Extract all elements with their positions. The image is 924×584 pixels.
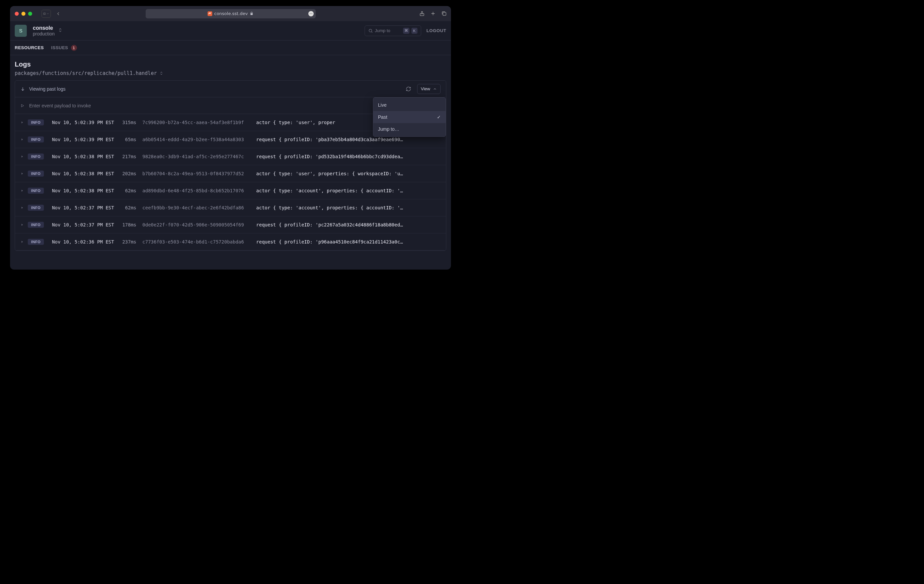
svg-marker-15 (21, 156, 23, 158)
log-level-badge: INFO (28, 153, 44, 160)
site-settings-button[interactable] (309, 11, 314, 16)
panel-header: Viewing past logs View (15, 81, 446, 97)
log-timestamp: Nov 10, 5:02:38 PM EST (52, 171, 116, 176)
function-path-selector[interactable]: packages/functions/src/replicache/pull1.… (15, 70, 446, 76)
tab-overview-icon[interactable] (441, 11, 447, 16)
log-row[interactable]: INFONov 10, 5:02:38 PM EST62msad890dbd-6… (15, 182, 446, 199)
log-row[interactable]: INFONov 10, 5:02:36 PM EST237msc7736f03-… (15, 234, 446, 250)
workspace-avatar[interactable]: S (15, 25, 27, 37)
log-level-badge: INFO (28, 137, 44, 143)
page-title-area: Logs packages/functions/src/replicache/p… (10, 55, 451, 80)
log-row[interactable]: INFONov 10, 5:02:37 PM EST62msceefb9bb-9… (15, 199, 446, 216)
close-window-button[interactable] (15, 12, 19, 16)
kbd-mod: ⌘ (403, 28, 409, 34)
svg-point-4 (312, 13, 312, 14)
app-switcher-chevron (58, 27, 63, 35)
svg-marker-16 (21, 173, 23, 174)
svg-marker-18 (21, 207, 23, 209)
new-tab-icon[interactable] (430, 11, 436, 16)
traffic-lights (15, 12, 32, 16)
dropdown-item-label: Past (378, 114, 387, 120)
log-request-id: b7b60704-8c2a-49ea-9513-0f8437977d52 (142, 171, 256, 176)
log-level-badge: INFO (28, 205, 44, 211)
expand-caret-icon (20, 239, 28, 245)
svg-point-3 (311, 13, 311, 14)
app-switcher[interactable]: console production (33, 25, 54, 37)
expand-caret-icon (20, 188, 28, 193)
function-path: packages/functions/src/replicache/pull1.… (15, 70, 157, 76)
svg-marker-17 (21, 190, 23, 192)
log-duration: 178ms (116, 222, 142, 227)
arrow-down-icon (20, 87, 25, 91)
expand-caret-icon (20, 205, 28, 211)
log-level-badge: INFO (28, 239, 44, 245)
svg-rect-0 (43, 13, 46, 15)
dropdown-item-label: Live (378, 102, 387, 108)
log-level-badge: INFO (28, 119, 44, 125)
svg-marker-12 (21, 104, 24, 107)
svg-point-9 (369, 29, 371, 32)
address-bar[interactable]: console.sst.dev (146, 9, 316, 18)
tab-resources[interactable]: RESOURCES (15, 45, 44, 50)
view-mode-button[interactable]: View (417, 84, 441, 94)
workspace-avatar-letter: S (19, 28, 22, 33)
log-message: actor { type: 'account', properties: { a… (256, 188, 441, 193)
back-button[interactable] (54, 10, 63, 18)
logout-button[interactable]: LOGOUT (427, 28, 446, 33)
logs-panel: Viewing past logs View LivePast✓Jump to…… (15, 80, 446, 251)
svg-line-10 (371, 31, 372, 33)
log-level-badge: INFO (28, 171, 44, 177)
log-message: request { profileID: 'p96aaa4510ec84f9ca… (256, 239, 441, 245)
app-header: S console production Jump to ⌘ K LOGOUT (10, 21, 451, 41)
chevron-left-icon (56, 11, 61, 16)
log-row[interactable]: INFONov 10, 5:02:38 PM EST217ms9828ea0c-… (15, 148, 446, 165)
log-row[interactable]: INFONov 10, 5:02:37 PM EST178ms0de0e22f-… (15, 216, 446, 234)
chevron-updown-icon (159, 71, 163, 76)
refresh-button[interactable] (404, 84, 413, 94)
expand-caret-icon (20, 171, 28, 176)
view-dropdown-item[interactable]: Jump to… (373, 123, 446, 135)
chevron-up-icon (433, 87, 437, 91)
lock-icon (250, 12, 253, 15)
minimize-window-button[interactable] (21, 12, 25, 16)
expand-caret-icon (20, 137, 28, 142)
tab-issues[interactable]: ISSUES 1 (51, 45, 77, 51)
log-level-badge: INFO (28, 188, 44, 194)
maximize-window-button[interactable] (28, 12, 32, 16)
expand-caret-icon (20, 222, 28, 227)
view-mode-label: View (421, 86, 430, 91)
url-host: console.sst.dev (214, 11, 248, 16)
log-request-id: 9828ea0c-3db9-41ad-af5c-2e95e277467c (142, 154, 256, 159)
view-dropdown-item[interactable]: Past✓ (373, 111, 446, 123)
svg-marker-13 (21, 122, 23, 123)
nav-tabs: RESOURCES ISSUES 1 (10, 41, 451, 55)
view-mode-dropdown: LivePast✓Jump to… (373, 97, 446, 137)
log-timestamp: Nov 10, 5:02:37 PM EST (52, 222, 116, 227)
ellipsis-icon (309, 12, 313, 15)
sidebar-toggle-button[interactable] (41, 10, 51, 18)
invoke-placeholder: Enter event payload to invoke (29, 103, 91, 109)
log-duration: 65ms (116, 137, 142, 142)
log-duration: 202ms (116, 171, 142, 176)
log-message: request { profileID: 'pba37eb5b4a804d3ca… (256, 137, 441, 142)
log-message: actor { type: 'user', properties: { work… (256, 171, 441, 176)
svg-marker-14 (21, 138, 23, 140)
log-request-id: 7c996200-b72a-45cc-aaea-54af3e8f1b9f (142, 120, 256, 125)
log-row[interactable]: INFONov 10, 5:02:38 PM EST202msb7b60704-… (15, 165, 446, 182)
log-request-id: a6b05414-eddd-4a29-b2ee-f538a44a8303 (142, 137, 256, 142)
log-timestamp: Nov 10, 5:02:39 PM EST (52, 137, 116, 142)
view-dropdown-item[interactable]: Live (373, 99, 446, 111)
log-message: actor { type: 'account', properties: { a… (256, 205, 441, 211)
svg-marker-20 (21, 241, 23, 243)
log-duration: 237ms (116, 239, 142, 245)
expand-caret-icon (20, 154, 28, 159)
log-timestamp: Nov 10, 5:02:37 PM EST (52, 205, 116, 211)
share-icon[interactable] (419, 11, 425, 16)
log-timestamp: Nov 10, 5:02:38 PM EST (52, 154, 116, 159)
jump-to-button[interactable]: Jump to ⌘ K (365, 25, 421, 36)
tab-issues-label: ISSUES (51, 45, 68, 50)
site-favicon (208, 12, 212, 16)
panel-status-label: Viewing past logs (29, 86, 66, 92)
kbd-key: K (411, 28, 417, 34)
app-name: console (33, 25, 54, 31)
